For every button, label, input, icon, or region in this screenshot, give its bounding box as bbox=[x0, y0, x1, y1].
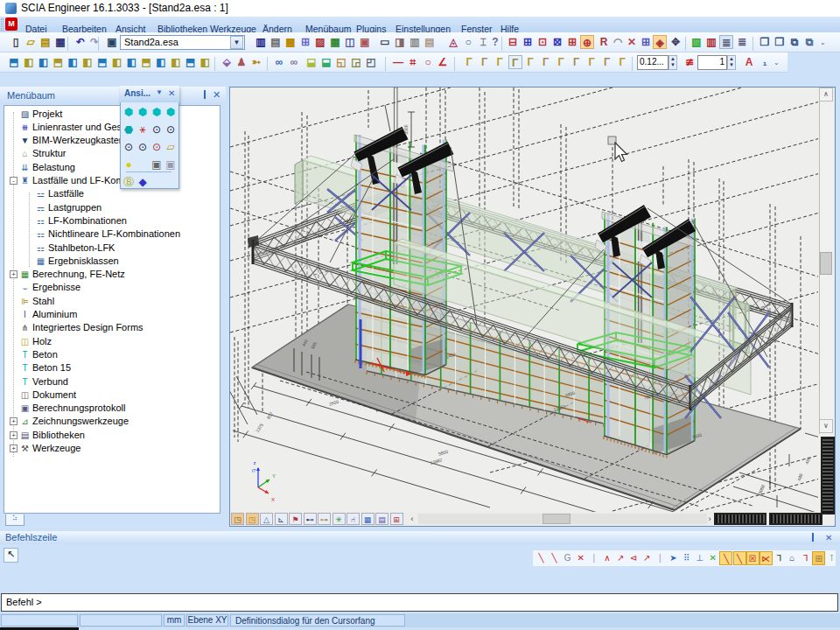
svg-text:Y: Y bbox=[272, 473, 276, 479]
svg-text:1375: 1375 bbox=[255, 422, 264, 433]
svg-text:i?: i? bbox=[252, 468, 256, 473]
svg-text:z: z bbox=[254, 460, 256, 466]
svg-text:3500: 3500 bbox=[403, 124, 409, 134]
svg-text:2600: 2600 bbox=[328, 399, 340, 407]
svg-text:X: X bbox=[271, 497, 275, 502]
svg-text:807: 807 bbox=[266, 411, 275, 420]
svg-text:5800: 5800 bbox=[438, 449, 449, 457]
svg-text:480: 480 bbox=[796, 472, 804, 481]
